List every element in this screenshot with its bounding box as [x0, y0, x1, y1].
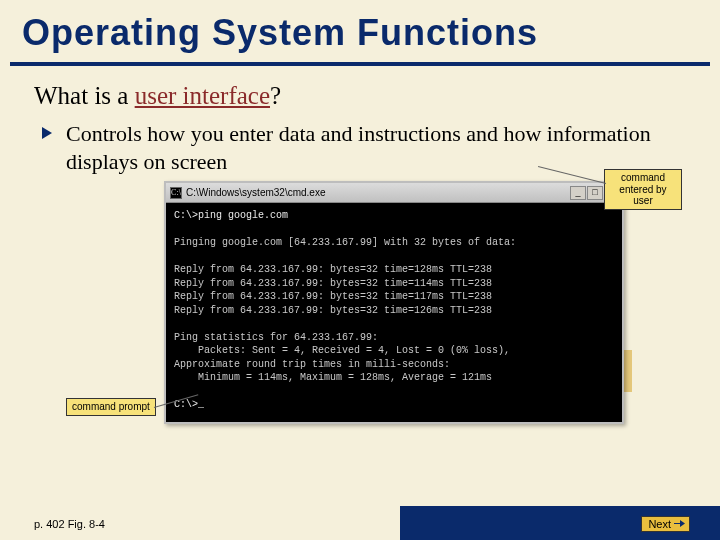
terminal-output: C:\>ping google.com Pinging google.com […: [166, 203, 622, 422]
terminal-line: C:\>ping google.com: [174, 210, 288, 221]
terminal-line: Packets: Sent = 4, Received = 4, Lost = …: [174, 345, 510, 356]
callout-command-entered: command entered by user: [604, 169, 682, 210]
titlebar: C:\ C:\Windows\system32\cmd.exe _ □ ×: [166, 183, 622, 203]
callout-command-prompt: command prompt: [66, 398, 156, 416]
terminal-line: Ping statistics for 64.233.167.99:: [174, 332, 378, 343]
svg-marker-0: [42, 127, 52, 139]
bullet-text: Controls how you enter data and instruct…: [66, 120, 686, 175]
heading-keyword: user interface: [135, 82, 270, 109]
slide-title: Operating System Functions: [0, 0, 720, 62]
footer: p. 402 Fig. 8-4 Next: [0, 506, 720, 540]
titlebar-left: C:\ C:\Windows\system32\cmd.exe: [170, 187, 326, 199]
bullet-item: Controls how you enter data and instruct…: [40, 120, 686, 175]
terminal-line: Pinging google.com [64.233.167.99] with …: [174, 237, 516, 248]
maximize-button[interactable]: □: [587, 186, 603, 200]
titlebar-text: C:\Windows\system32\cmd.exe: [186, 187, 326, 198]
page-reference: p. 402 Fig. 8-4: [34, 518, 105, 530]
terminal-line: Reply from 64.233.167.99: bytes=32 time=…: [174, 291, 492, 302]
cmd-window: C:\ C:\Windows\system32\cmd.exe _ □ × C:…: [164, 181, 624, 424]
heading-suffix: ?: [270, 82, 281, 109]
heading-prefix: What is a: [34, 82, 135, 109]
figure-area: command entered by user C:\ C:\Windows\s…: [164, 181, 624, 424]
terminal-line: Reply from 64.233.167.99: bytes=32 time=…: [174, 305, 492, 316]
chevron-right-icon: [40, 126, 54, 144]
next-label: Next: [648, 518, 671, 530]
next-button[interactable]: Next: [641, 516, 690, 532]
terminal-line: Minimum = 114ms, Maximum = 128ms, Averag…: [174, 372, 492, 383]
content-area: What is a user interface? Controls how y…: [0, 66, 720, 424]
arrow-right-icon: [674, 518, 685, 530]
svg-marker-1: [674, 520, 685, 527]
cmd-icon: C:\: [170, 187, 182, 199]
terminal-line: Reply from 64.233.167.99: bytes=32 time=…: [174, 278, 492, 289]
terminal-line: Approximate round trip times in milli-se…: [174, 359, 450, 370]
heading: What is a user interface?: [34, 82, 686, 110]
minimize-button[interactable]: _: [570, 186, 586, 200]
terminal-line: Reply from 64.233.167.99: bytes=32 time=…: [174, 264, 492, 275]
